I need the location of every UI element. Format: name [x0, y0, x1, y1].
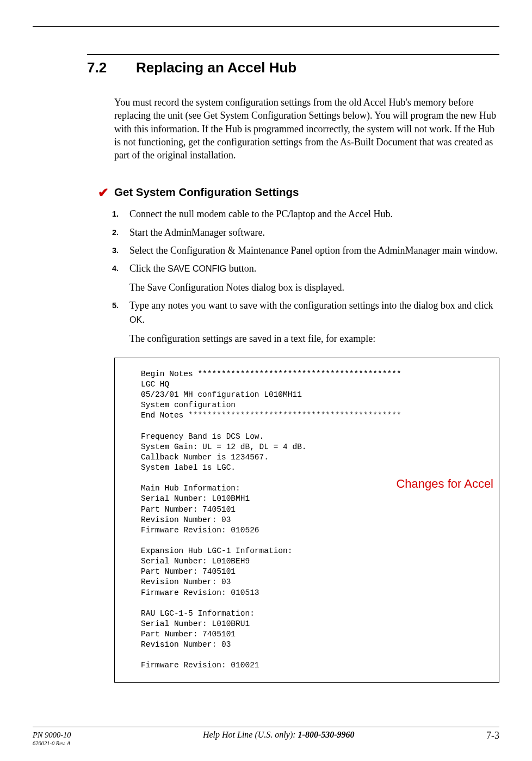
bottom-horizontal-rule [33, 727, 499, 727]
checkmark-icon: ✔ [98, 186, 109, 199]
footer-rev: 620021-0 Rev. A [33, 740, 71, 747]
step-number: 4. [112, 263, 119, 274]
footer-page-number: 7-3 [486, 730, 499, 741]
footer-left: PN 9000-10 620021-0 Rev. A [33, 730, 71, 747]
step-follow-text: The Save Configuration Notes dialog box … [129, 281, 499, 294]
step-item: 1. Connect the null modem cable to the P… [114, 207, 499, 221]
revision-annotation: Changes for Accel [396, 477, 493, 491]
page-footer: PN 9000-10 620021-0 Rev. A Help Hot Line… [33, 730, 499, 747]
footer-hotline-number: 1-800-530-9960 [298, 730, 355, 739]
step-number: 3. [112, 245, 119, 256]
section-heading: 7.2 Replacing an Accel Hub [87, 54, 499, 76]
step-item: 3. Select the Configuration & Maintenanc… [114, 244, 499, 257]
step-text-pre: Click the [129, 263, 168, 274]
subsection-heading-row: ✔ Get System Configuration Settings [98, 186, 499, 199]
footer-center: Help Hot Line (U.S. only): 1-800-530-996… [203, 730, 355, 740]
button-label-ref: OK [129, 315, 142, 324]
footer-part-number: PN 9000-10 [33, 730, 71, 740]
step-number: 2. [112, 227, 119, 238]
top-horizontal-rule [33, 26, 499, 27]
config-output-frame: Changes for Accel Begin Notes **********… [114, 358, 499, 683]
step-text: Connect the null modem cable to the PC/l… [129, 208, 393, 219]
step-text-pre: Type any notes you want to save with the… [129, 300, 493, 311]
intro-paragraph: You must record the system configuration… [114, 96, 499, 162]
section-title: Replacing an Accel Hub [136, 59, 296, 76]
step-item: 2. Start the AdminManager software. [114, 226, 499, 240]
step-text: Start the AdminManager software. [129, 227, 265, 238]
step-text: Select the Configuration & Maintenance P… [129, 245, 498, 256]
steps-list: 1. Connect the null modem cable to the P… [114, 207, 499, 346]
section-number: 7.2 [87, 59, 136, 76]
subsection-heading: Get System Configuration Settings [114, 186, 299, 199]
config-output-text: Begin Notes ****************************… [141, 369, 494, 671]
step-number: 1. [112, 208, 119, 219]
button-label-ref: SAVE CONFIG [168, 264, 226, 273]
footer-hotline-label: Help Hot Line (U.S. only): [203, 730, 298, 739]
step-number: 5. [112, 300, 119, 311]
step-item: 5. Type any notes you want to save with … [114, 299, 499, 346]
step-item: 4. Click the SAVE CONFIG button. The Sav… [114, 262, 499, 294]
step-follow-text: The configuration settings are saved in … [129, 332, 499, 346]
step-text-post: button. [226, 263, 256, 274]
step-text-post: . [142, 314, 145, 325]
